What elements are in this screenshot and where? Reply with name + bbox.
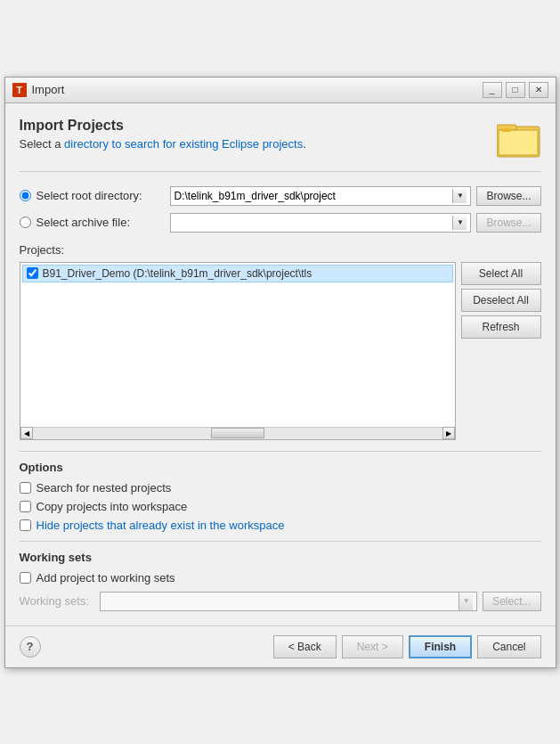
scroll-right-arrow[interactable]: ▶: [442, 427, 455, 439]
root-dir-input[interactable]: [174, 190, 453, 202]
folder-icon: [497, 118, 541, 160]
subtitle-pre: Select a: [20, 137, 65, 151]
help-button[interactable]: ?: [20, 636, 41, 658]
copy-projects-row: Copy projects into workspace: [20, 500, 541, 513]
archive-file-browse-button[interactable]: Browse...: [476, 213, 540, 233]
window-title: Import: [32, 83, 65, 96]
project-checkbox[interactable]: [27, 267, 38, 279]
root-dir-radio[interactable]: [20, 190, 31, 201]
working-sets-section: Working sets Add project to working sets…: [20, 551, 541, 611]
hide-projects-label: Hide projects that already exist in the …: [37, 519, 285, 532]
import-dialog: T Import _ □ ✕ Import Projects Select a …: [4, 77, 556, 668]
directory-form: Select root directory: ▼ Browse... Selec…: [20, 186, 541, 233]
select-working-sets-button[interactable]: Select...: [483, 592, 540, 611]
copy-projects-checkbox[interactable]: [20, 501, 31, 512]
root-dir-arrow[interactable]: ▼: [452, 189, 467, 203]
projects-list-container: B91_Driver_Demo (D:\telink_b91m_driver_s…: [20, 262, 456, 440]
back-button[interactable]: < Back: [273, 635, 337, 658]
search-nested-label: Search for nested projects: [37, 481, 172, 495]
svg-rect-2: [499, 130, 538, 155]
projects-area: B91_Driver_Demo (D:\telink_b91m_driver_s…: [20, 262, 541, 440]
title-bar-left: T Import: [12, 83, 65, 97]
minimize-button[interactable]: _: [483, 82, 502, 98]
scroll-left-arrow[interactable]: ◀: [20, 427, 33, 439]
root-dir-browse-button[interactable]: Browse...: [476, 186, 540, 206]
bottom-buttons: < Back Next > Finish Cancel: [273, 635, 541, 658]
maximize-button[interactable]: □: [506, 82, 525, 98]
subtitle-post: .: [303, 137, 306, 151]
add-working-sets-checkbox[interactable]: [20, 572, 31, 584]
header-section: Import Projects Select a directory to se…: [20, 118, 541, 172]
next-button[interactable]: Next >: [342, 635, 403, 658]
search-nested-checkbox[interactable]: [20, 482, 31, 494]
app-icon: T: [12, 83, 27, 97]
dialog-content: Import Projects Select a directory to se…: [5, 103, 556, 625]
deselect-all-button[interactable]: Deselect All: [461, 289, 541, 312]
select-all-button[interactable]: Select All: [461, 262, 541, 285]
root-dir-combo[interactable]: ▼: [170, 186, 472, 206]
title-bar: T Import _ □ ✕: [5, 78, 556, 103]
working-sets-arrow: ▼: [459, 593, 473, 610]
project-item-label: B91_Driver_Demo (D:\telink_b91m_driver_s…: [43, 267, 312, 280]
archive-file-input[interactable]: [174, 217, 453, 229]
options-header: Options: [20, 461, 541, 474]
root-dir-row: Select root directory: ▼ Browse...: [20, 186, 541, 206]
scroll-thumb[interactable]: [211, 428, 264, 438]
horizontal-scrollbar[interactable]: ◀ ▶: [20, 427, 455, 439]
working-sets-row: Working sets: ▼ Select...: [20, 592, 541, 611]
archive-file-row: Select archive file: ▼ Browse...: [20, 213, 541, 233]
projects-buttons: Select All Deselect All Refresh: [461, 262, 541, 440]
root-dir-label: Select root directory:: [37, 189, 170, 202]
hide-label-link: in the workspace: [198, 519, 285, 532]
add-working-sets-label: Add project to working sets: [37, 571, 175, 585]
svg-rect-3: [502, 128, 511, 132]
working-sets-input: [104, 595, 459, 608]
working-sets-label: Working sets:: [20, 594, 100, 608]
close-button[interactable]: ✕: [529, 82, 548, 98]
finish-button[interactable]: Finish: [409, 635, 472, 658]
dialog-subtitle: Select a directory to search for existin…: [20, 137, 306, 151]
archive-file-radio[interactable]: [20, 217, 31, 228]
divider-2: [20, 541, 541, 542]
archive-file-arrow[interactable]: ▼: [452, 216, 467, 230]
scroll-thumb-area[interactable]: [33, 428, 442, 439]
hide-projects-checkbox[interactable]: [20, 519, 31, 531]
subtitle-link[interactable]: directory to search for existing Eclipse…: [64, 137, 303, 151]
dialog-title: Import Projects: [20, 118, 306, 134]
bottom-left: ?: [20, 636, 41, 658]
search-nested-row: Search for nested projects: [20, 481, 541, 495]
title-buttons: _ □ ✕: [483, 82, 548, 98]
archive-file-combo[interactable]: ▼: [170, 213, 472, 233]
working-sets-combo[interactable]: ▼: [100, 592, 478, 611]
bottom-bar: ? < Back Next > Finish Cancel: [5, 625, 556, 667]
hide-projects-row: Hide projects that already exist in the …: [20, 519, 541, 532]
working-sets-header: Working sets: [20, 551, 541, 564]
hide-label-pre: Hide projects that already exist: [37, 519, 198, 532]
project-item[interactable]: B91_Driver_Demo (D:\telink_b91m_driver_s…: [22, 265, 453, 282]
header-text: Import Projects Select a directory to se…: [20, 118, 306, 151]
add-to-working-sets-row: Add project to working sets: [20, 571, 541, 585]
copy-projects-label: Copy projects into workspace: [37, 500, 188, 513]
archive-file-label: Select archive file:: [37, 216, 170, 229]
projects-label: Projects:: [20, 243, 541, 257]
divider-1: [20, 451, 541, 452]
refresh-button[interactable]: Refresh: [461, 315, 541, 339]
projects-list: B91_Driver_Demo (D:\telink_b91m_driver_s…: [20, 263, 455, 284]
cancel-button[interactable]: Cancel: [477, 635, 540, 658]
